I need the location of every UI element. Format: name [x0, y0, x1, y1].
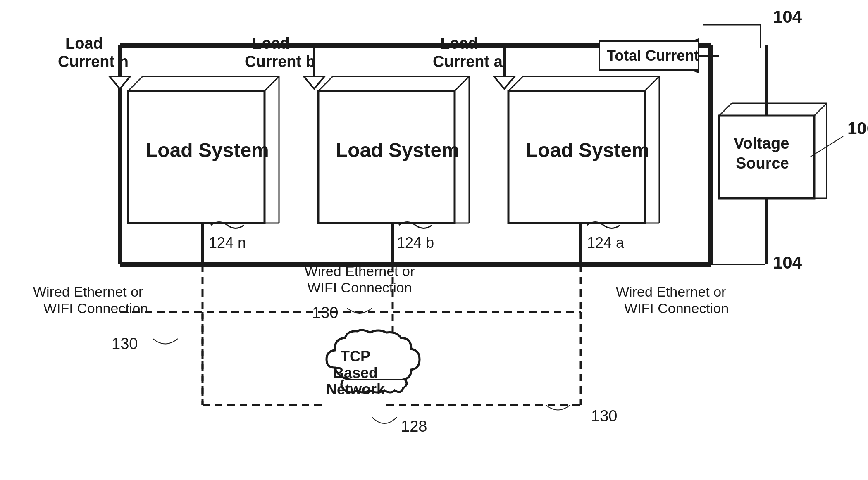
ref-130-a: 130: [591, 407, 617, 425]
wifi-label-b1: Wired Ethernet or: [305, 263, 415, 279]
load-current-a-label: Load: [440, 35, 478, 52]
tcp-network-label1: TCP: [341, 348, 370, 365]
ref-124b: 124 b: [397, 234, 434, 251]
wifi-label-b2: WIFI Connection: [307, 280, 412, 295]
svg-line-8: [719, 103, 732, 116]
wifi-label-a1: Wired Ethernet or: [616, 284, 726, 299]
svg-line-32: [455, 76, 469, 91]
svg-line-23: [265, 76, 279, 91]
total-current-label: Total Current: [607, 47, 699, 64]
ref-106: 106: [847, 119, 868, 138]
load-current-n-label: Load: [65, 35, 103, 52]
load-current-b-label2: Current b: [245, 53, 315, 70]
ref-104-bottom: 104: [773, 253, 802, 272]
tcp-network-label2: Based: [333, 364, 378, 381]
wifi-label-n1: Wired Ethernet or: [33, 284, 143, 299]
load-system-n-label: Load System: [145, 139, 269, 161]
ref-128: 128: [401, 418, 427, 435]
ref-104-top: 104: [773, 7, 802, 26]
svg-line-22: [128, 76, 143, 91]
load-current-b-label: Load: [252, 35, 290, 52]
load-system-b-label: Load System: [336, 139, 459, 161]
tcp-network-label3: Network: [326, 381, 385, 398]
ref-124a: 124 a: [587, 234, 625, 251]
diagram: 104 104 106 Voltage Source Total Current…: [0, 0, 868, 480]
svg-line-41: [645, 76, 659, 91]
ref-130-b: 130: [312, 304, 338, 321]
ref-130-n: 130: [112, 335, 138, 352]
wifi-label-n2: WIFI Connection: [43, 300, 148, 316]
voltage-source-label: Voltage: [734, 135, 789, 152]
ref-124n: 124 n: [209, 234, 246, 251]
load-current-a-label2: Current a: [433, 53, 503, 70]
svg-line-9: [814, 103, 827, 116]
load-system-a-label: Load System: [526, 139, 649, 161]
wifi-label-a2: WIFI Connection: [624, 300, 729, 316]
load-current-n-label2: Current n: [58, 53, 129, 70]
svg-marker-20: [110, 76, 130, 89]
voltage-source-label2: Source: [736, 154, 789, 172]
